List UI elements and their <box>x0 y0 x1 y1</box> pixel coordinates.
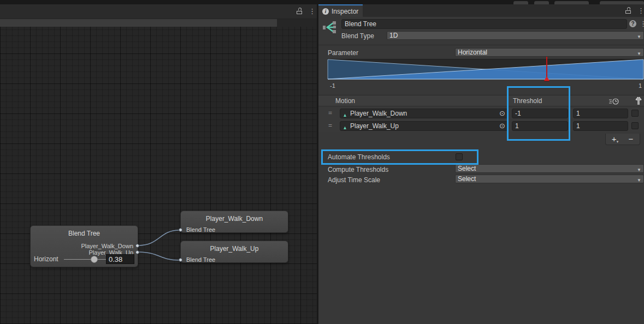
output-port-walk-up[interactable] <box>135 250 139 254</box>
chevron-down-icon: ▼ <box>637 33 641 41</box>
adjust-time-scale-dropdown[interactable]: Select ▼ <box>455 175 644 183</box>
preset-menu-icon[interactable]: ⋮ <box>640 20 644 28</box>
chevron-down-icon: ▼ <box>637 50 641 58</box>
motion-object-field[interactable]: ▲ Player_Walk_Down ⊙ <box>340 109 508 118</box>
animator-grid-canvas[interactable]: Blend Tree Player_Walk_Down Player_Walk_… <box>0 27 317 324</box>
help-icon[interactable]: ? <box>629 20 636 27</box>
add-motion-button[interactable]: +▾ <box>608 134 622 144</box>
walk-down-port-label: Blend Tree <box>186 226 215 233</box>
walk-up-port-label: Blend Tree <box>186 256 215 263</box>
blend-playhead-line[interactable] <box>546 57 547 79</box>
motion-column-header: Motion <box>335 97 355 105</box>
blend-type-value: 1D <box>389 32 398 39</box>
motion-object-field[interactable]: ▲ Player_Walk_Up ⊙ <box>340 121 508 131</box>
walk-up-node[interactable]: Player_Walk_Up Blend Tree <box>180 241 288 263</box>
output-port-walk-down[interactable] <box>135 244 139 248</box>
compute-thresholds-label: Compute Thresholds <box>328 166 388 173</box>
info-icon: i <box>322 8 329 15</box>
blend-min-label: -1 <box>330 82 335 89</box>
walk-up-node-title: Player_Walk_Up <box>181 241 288 253</box>
chevron-down-icon: ▼ <box>637 166 641 174</box>
parameter-label: Parameter <box>328 49 358 57</box>
motion-name: Player_Walk_Down <box>350 110 407 117</box>
animation-clip-icon: ▲ <box>342 123 347 132</box>
parameter-slider-handle[interactable] <box>91 256 98 263</box>
motion-list-footer: +▾ − <box>605 134 640 145</box>
parameter-value: Horizontal <box>458 49 487 56</box>
blend-type-dropdown[interactable]: 1D ▼ <box>387 31 644 40</box>
inspector-tab-label: Inspector <box>332 8 358 15</box>
inspector-panel: i Inspector ⋮ Blend Tree ? ⋮ Blend Type … <box>318 0 644 324</box>
lock-icon[interactable] <box>625 7 631 16</box>
tab-inspector[interactable]: i Inspector <box>318 4 363 17</box>
threshold-field[interactable]: -1 <box>512 109 568 118</box>
walk-down-node[interactable]: Player_Walk_Down Blend Tree <box>180 211 288 233</box>
remove-label: − <box>629 134 634 143</box>
threshold-field[interactable]: 1 <box>512 121 568 131</box>
blend-max-label: 1 <box>639 82 642 89</box>
walk-down-node-title: Player_Walk_Down <box>181 211 288 223</box>
blend-tree-asset-icon <box>322 20 338 35</box>
mirror-icon <box>635 97 642 105</box>
add-label: + <box>612 134 617 143</box>
mirror-checkbox[interactable] <box>631 122 639 129</box>
adjust-time-scale-label: Adjust Time Scale <box>328 176 380 184</box>
motion-name: Player_Walk_Up <box>350 122 399 130</box>
blend-tree-node[interactable]: Blend Tree Player_Walk_Down Player_Walk_… <box>30 225 138 267</box>
walk-up-input-port[interactable] <box>179 258 182 262</box>
motion-row: = ▲ Player_Walk_Down ⊙ -1 1 <box>318 107 644 119</box>
parameter-slider-row: Horizont 0.38 <box>34 254 134 264</box>
automate-thresholds-label: Automate Thresholds <box>328 153 390 161</box>
parameter-slider-track[interactable] <box>64 259 111 260</box>
animation-clip-icon: ▲ <box>342 111 347 119</box>
add-dropdown-caret-icon: ▾ <box>617 140 619 143</box>
threshold-column-header: Threshold <box>513 97 542 105</box>
mirror-checkbox[interactable] <box>631 110 639 117</box>
object-picker-icon[interactable]: ⊙ <box>499 122 505 130</box>
speed-field[interactable]: 1 <box>573 121 628 131</box>
inspector-menu-icon[interactable]: ⋮ <box>637 7 644 15</box>
drag-handle-icon[interactable]: = <box>328 122 332 129</box>
motion-list-header: Motion Threshold <box>318 95 644 106</box>
parameter-value-field[interactable]: 0.38 <box>106 254 134 264</box>
adjust-time-scale-value: Select <box>458 175 476 183</box>
blend-type-label: Blend Type <box>341 32 374 40</box>
inspector-top-strip <box>318 0 644 4</box>
output-label-walk-down: Player_Walk_Down <box>81 243 133 249</box>
blend-space-graph[interactable] <box>327 59 644 80</box>
walk-down-input-port[interactable] <box>179 228 182 232</box>
automate-thresholds-checkbox[interactable] <box>456 153 463 160</box>
chevron-down-icon: ▼ <box>637 177 641 184</box>
object-picker-icon[interactable]: ⊙ <box>499 109 505 118</box>
parameter-slider-label: Horizont <box>34 255 58 263</box>
asset-name-field[interactable]: Blend Tree <box>341 19 627 29</box>
header-separator <box>318 45 644 45</box>
blend-playhead-marker-icon[interactable] <box>544 76 550 81</box>
remove-motion-button[interactable]: − <box>624 134 638 143</box>
compute-thresholds-dropdown[interactable]: Select ▼ <box>455 164 644 173</box>
drag-handle-icon[interactable]: = <box>328 109 332 117</box>
motion-row: = ▲ Player_Walk_Up ⊙ 1 1 <box>318 120 644 132</box>
blend-weight-triangles <box>328 59 643 79</box>
parameter-dropdown[interactable]: Horizontal ▼ <box>455 48 644 57</box>
speed-icon <box>608 98 619 105</box>
animator-panel: ⋮ Blend Tree Player_Walk_Down Player_Wal… <box>0 0 317 324</box>
blend-tree-node-title: Blend Tree <box>31 226 138 237</box>
compute-thresholds-value: Select <box>458 165 476 172</box>
speed-field[interactable]: 1 <box>573 109 628 118</box>
inspector-tab-bar: i Inspector ⋮ <box>318 4 644 17</box>
